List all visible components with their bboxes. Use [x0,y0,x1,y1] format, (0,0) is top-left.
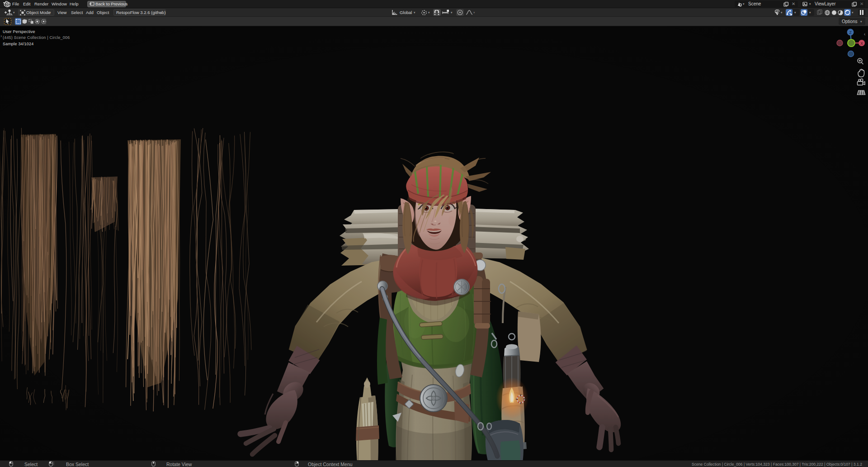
svg-text:X: X [860,41,863,46]
svg-text:Z: Z [849,30,851,35]
